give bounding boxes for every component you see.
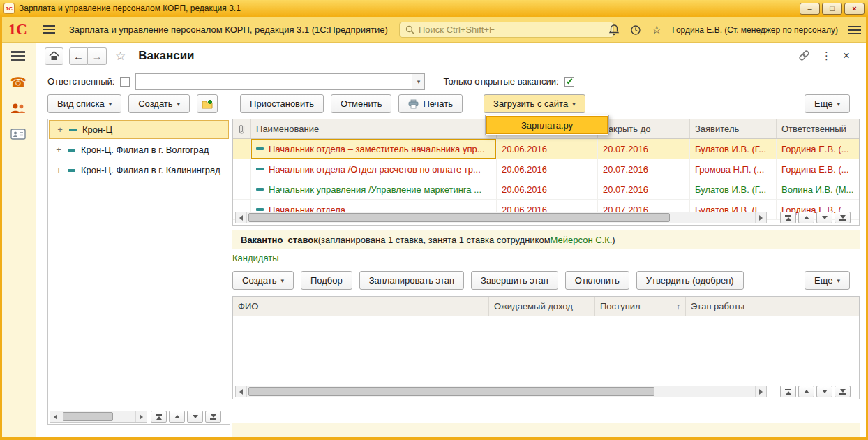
history-clock-icon[interactable] [630,24,641,36]
forward-button[interactable]: → [88,47,107,65]
maximize-button[interactable]: □ [822,3,842,15]
scrollbar-track[interactable] [61,411,135,422]
expand-icon[interactable]: + [55,165,62,175]
candidates-h-scrollbar[interactable] [235,386,767,397]
expand-icon[interactable]: + [55,145,62,155]
candidates-header-row: ФИО Ожидаемый доход Поступил↑ Этап работ… [233,297,859,316]
scrollbar-thumb[interactable] [63,412,113,421]
tree-item[interactable]: + Крон-Ц. Филиал в г. Калининград [48,160,230,180]
notifications-bell-icon[interactable] [608,24,620,36]
column-received[interactable]: Поступил↑ [595,297,686,316]
current-user[interactable]: Гордина Е.В. (Ст. менеджер по персоналу) [672,25,838,35]
attachment-cell [233,179,251,199]
get-link-icon[interactable] [798,50,810,61]
column-attachments[interactable] [233,119,251,138]
scroll-to-bottom-button[interactable] [835,212,851,223]
create-button[interactable]: Создать ▾ [128,94,190,113]
form-more-icon[interactable]: ⋮ [821,50,832,61]
search-icon [405,25,414,34]
more-button[interactable]: Еще ▾ [805,94,850,113]
employees-icon[interactable] [10,103,27,115]
column-name[interactable]: Наименование [251,119,497,138]
approve-button[interactable]: Утвердить (одобрен) [636,271,744,290]
search-input[interactable] [419,24,608,35]
column-close-by[interactable]: Закрыть до [598,119,690,138]
back-button[interactable]: ← [69,47,88,65]
dropdown-arrow-icon: ▾ [109,101,112,108]
sections-menu-icon[interactable] [11,51,25,61]
scroll-up-button[interactable] [798,212,814,223]
vacancy-row[interactable]: Начальник управления /Управление маркети… [233,179,859,200]
favorites-star-icon[interactable]: ☆ [652,24,661,36]
column-fio[interactable]: ФИО [233,297,489,316]
scroll-left-icon[interactable] [236,212,247,223]
check-icon [566,77,572,84]
vacancy-row[interactable]: Начальник отдела /Отдел расчетов по опла… [233,159,859,179]
phone-icon[interactable]: ☎ [10,75,27,89]
expand-icon[interactable]: + [57,124,63,135]
load-from-site-button[interactable]: Загрузить с сайта ▾ [484,94,585,113]
scrollbar-thumb[interactable] [248,213,670,222]
scrollbar-track[interactable] [247,386,755,397]
cancel-button[interactable]: Отменить [331,94,391,113]
scroll-to-bottom-button[interactable] [205,411,221,423]
scroll-up-button[interactable] [798,386,814,397]
service-menu-icon[interactable] [848,26,861,34]
close-window-button[interactable]: × [844,3,865,15]
scroll-left-icon[interactable] [236,386,247,397]
selection-button[interactable]: Подбор [301,271,352,290]
menu-item-zarplata-ru[interactable]: Зарплата.ру [486,116,608,134]
create-label: Создать [138,98,172,109]
pause-button[interactable]: Приостановить [240,94,324,113]
scroll-left-icon[interactable] [50,411,61,422]
responsible-cell: Волина И.В. (М... [777,179,859,199]
column-stage[interactable]: Этап работы [686,297,859,316]
candidates-more-button[interactable]: Еще ▾ [805,271,850,290]
candidate-create-button[interactable]: Создать ▾ [232,271,294,290]
minimize-button[interactable]: – [800,3,820,15]
main-menu-icon[interactable] [43,25,55,34]
column-responsible[interactable]: Ответственный [777,119,859,138]
scroll-down-button[interactable] [816,212,832,223]
vacancy-row[interactable]: Начальник отдела – заместитель начальник… [233,139,859,159]
vacancies-h-scrollbar[interactable] [235,212,767,223]
tree-list-nav [151,411,221,423]
column-applicant[interactable]: Заявитель [690,119,777,138]
contact-card-icon[interactable] [10,129,26,140]
scroll-right-icon[interactable] [135,411,147,422]
global-search[interactable] [399,22,614,38]
scrollbar-track[interactable] [247,212,755,223]
scroll-up-button[interactable] [169,411,185,423]
scroll-to-top-button[interactable] [151,411,167,423]
folder-plus-icon [202,99,213,109]
plan-stage-button[interactable]: Запланировать этап [359,271,464,290]
finish-stage-button[interactable]: Завершить этап [471,271,558,290]
tree-item[interactable]: + Крон-Ц [49,120,229,139]
responsible-checkbox[interactable] [120,77,130,87]
app-header: 1С Зарплата и управление персоналом КОРП… [0,17,868,43]
scroll-right-icon[interactable] [755,386,766,397]
scroll-down-button[interactable] [816,386,832,397]
open-only-checkbox[interactable] [564,77,574,87]
tree-item[interactable]: + Крон-Ц. Филиал в г. Волгоград [48,140,230,160]
decline-button[interactable]: Отклонить [565,271,629,290]
scroll-to-top-button[interactable] [780,386,796,397]
scroll-to-bottom-button[interactable] [835,386,851,397]
combo-dropdown-icon[interactable]: ▾ [412,74,424,89]
print-button[interactable]: Печать [398,94,463,113]
scroll-right-icon[interactable] [755,212,766,223]
home-button[interactable] [45,47,63,65]
scrollbar-thumb[interactable] [248,387,654,396]
scroll-down-button[interactable] [187,411,203,423]
create-group-button[interactable] [197,94,218,113]
view-list-button[interactable]: Вид списка ▾ [47,94,121,113]
tree-h-scrollbar[interactable] [50,411,147,423]
column-expected-income[interactable]: Ожидаемый доход [489,297,595,316]
responsible-combo-input[interactable] [136,74,412,89]
employee-link[interactable]: Мейерсон С.К. [551,235,613,245]
scroll-to-top-button[interactable] [780,212,796,223]
add-to-favorites-icon[interactable]: ☆ [115,50,126,62]
paperclip-icon [238,124,246,135]
navigation-toolbar: ← → ☆ Вакансии [45,46,195,66]
close-form-icon[interactable]: × [843,50,850,61]
